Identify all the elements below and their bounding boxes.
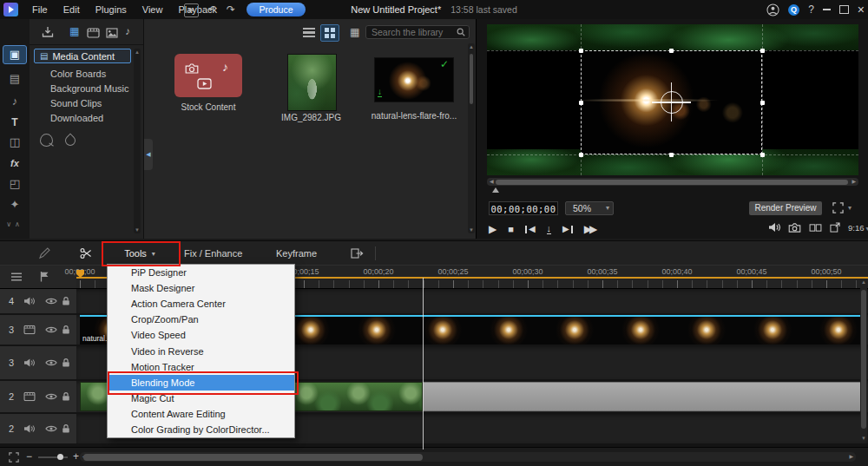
scroll-left-icon[interactable]: ◀ xyxy=(490,178,494,186)
overlay-room-icon[interactable]: ◰ xyxy=(0,174,30,194)
fit-screen-button[interactable]: ▾ xyxy=(832,201,852,213)
scroll-up-icon[interactable]: ▲ xyxy=(134,49,141,55)
eye-icon[interactable] xyxy=(45,298,57,305)
redo-button[interactable]: ↷ xyxy=(224,0,238,19)
speaker-icon[interactable] xyxy=(23,358,35,368)
snapshot-icon[interactable] xyxy=(788,222,801,233)
list-view-button[interactable] xyxy=(303,28,315,37)
media-room-icon[interactable]: ▣ xyxy=(3,45,27,64)
preview-zoom-dropdown[interactable]: 50% ▾ xyxy=(565,201,614,215)
resize-handle-n[interactable] xyxy=(669,49,674,53)
droplet-icon[interactable] xyxy=(63,133,78,148)
resize-handle-ne[interactable] xyxy=(760,49,765,53)
lock-icon[interactable] xyxy=(62,325,70,335)
menu-item-mask-designer[interactable]: Mask Designer xyxy=(108,280,294,296)
render-preview-button[interactable]: Render Preview xyxy=(749,201,822,215)
effects-room-icon[interactable]: fx xyxy=(0,154,30,173)
speaker-icon[interactable] xyxy=(23,424,35,434)
eye-icon[interactable] xyxy=(45,425,57,433)
scroll-up-icon[interactable]: ▲ xyxy=(468,44,475,49)
resize-handle-w[interactable] xyxy=(579,101,583,105)
play-button[interactable]: ▶ xyxy=(489,221,496,237)
particle-room-icon[interactable]: ✦ xyxy=(0,195,30,214)
eye-icon[interactable] xyxy=(45,393,57,401)
menu-item-content-aware-editing[interactable]: Content Aware Editing xyxy=(108,406,294,422)
lock-icon[interactable] xyxy=(62,392,70,402)
stop-button[interactable]: ■ xyxy=(508,221,514,237)
seek-bar-thumb[interactable] xyxy=(496,180,848,185)
track-manager-icon[interactable] xyxy=(10,272,23,282)
media-panel-scrollbar[interactable]: ▲ ▼ xyxy=(134,49,141,233)
fix-enhance-button[interactable]: Fix / Enhance xyxy=(184,241,242,266)
filter-audio-icon[interactable]: ♪ xyxy=(125,25,130,37)
timecode-display[interactable]: 00;00;00;00 xyxy=(489,201,558,215)
scrollbar-thumb[interactable] xyxy=(83,454,423,461)
menu-item-action-camera-center[interactable]: Action Camera Center xyxy=(108,296,294,312)
produce-range-icon[interactable] xyxy=(351,248,364,259)
stock-content-tile[interactable]: ♪ xyxy=(174,54,242,97)
menu-item-magic-cut[interactable]: Magic Cut xyxy=(108,391,294,406)
resize-handle-nw[interactable] xyxy=(579,49,583,53)
seek-position-marker[interactable] xyxy=(492,187,499,193)
video-track-icon[interactable] xyxy=(23,325,36,335)
menu-item-blending-mode[interactable]: Blending Mode xyxy=(108,375,294,391)
scroll-right-icon[interactable]: ▶ xyxy=(849,452,853,462)
fast-forward-button[interactable]: ▶▶ xyxy=(584,221,595,237)
notification-badge-icon[interactable]: Q xyxy=(788,4,799,16)
playhead-line[interactable] xyxy=(423,278,424,450)
capture-frame-button[interactable]: ↓ xyxy=(547,224,552,234)
scroll-right-icon[interactable]: ▶ xyxy=(852,178,856,186)
photo-thumbnail[interactable] xyxy=(287,54,337,111)
menu-view[interactable]: View xyxy=(135,0,171,19)
category-downloaded[interactable]: Downloaded xyxy=(50,112,137,125)
menu-plugins[interactable]: Plugins xyxy=(88,0,135,19)
next-frame-button[interactable]: ▶ xyxy=(562,221,573,237)
timeline-vertical-scrollbar[interactable]: ▲ ▼ xyxy=(860,279,867,441)
resize-handle-s[interactable] xyxy=(669,153,674,157)
title-room-icon[interactable]: T xyxy=(0,113,30,132)
category-color-boards[interactable]: Color Boards xyxy=(50,68,137,81)
minimize-button[interactable] xyxy=(823,9,831,10)
previous-frame-button[interactable]: ◀ xyxy=(525,221,536,237)
pen-tool-icon[interactable] xyxy=(38,247,50,259)
menu-file[interactable]: File xyxy=(24,0,56,19)
import-media-button[interactable] xyxy=(42,26,54,37)
speaker-icon[interactable] xyxy=(23,297,35,306)
marker-icon[interactable] xyxy=(40,271,49,282)
collapse-down-icon[interactable]: ∨ xyxy=(6,220,15,228)
filter-all-media-icon[interactable]: ▦ xyxy=(69,25,79,37)
category-media-content[interactable]: ▤ Media Content xyxy=(34,49,131,63)
menu-item-video-speed[interactable]: Video Speed xyxy=(108,327,294,343)
color-board-clip[interactable] xyxy=(423,382,864,411)
menu-item-crop-zoom-pan[interactable]: Crop/Zoom/Pan xyxy=(108,312,294,327)
aspect-ratio-selector[interactable]: 9:16▾ xyxy=(848,223,868,233)
templates-room-icon[interactable]: ▤ xyxy=(0,69,30,89)
transition-room-icon[interactable]: ◫ xyxy=(0,133,30,152)
zoom-in-button[interactable]: + xyxy=(73,448,79,466)
produce-button[interactable]: Produce xyxy=(247,3,306,16)
zoom-out-button[interactable]: − xyxy=(26,448,32,466)
account-icon[interactable] xyxy=(766,3,779,16)
search-input[interactable] xyxy=(365,25,470,39)
resize-handle-sw[interactable] xyxy=(579,153,583,157)
menu-edit[interactable]: Edit xyxy=(56,0,88,19)
lock-icon[interactable] xyxy=(62,358,70,368)
eye-icon[interactable] xyxy=(45,359,57,367)
mode-switch-icon[interactable]: ⇄ xyxy=(184,3,199,17)
lock-icon[interactable] xyxy=(62,424,70,434)
timeline-horizontal-scrollbar[interactable]: ◀ ▶ xyxy=(80,452,856,462)
help-button[interactable]: ? xyxy=(808,3,814,16)
keyframe-button[interactable]: Keyframe xyxy=(276,241,317,266)
dual-preview-icon[interactable] xyxy=(809,223,822,233)
menu-item-motion-tracker[interactable]: Motion Tracker xyxy=(108,359,294,375)
resize-handle-se[interactable] xyxy=(760,153,765,157)
resize-handle-e[interactable] xyxy=(760,101,765,105)
tools-button[interactable]: Tools ▾ xyxy=(106,245,174,262)
split-clip-button[interactable] xyxy=(80,247,92,259)
menu-item-pip-designer[interactable]: PiP Designer xyxy=(108,265,294,280)
collapse-media-panel-button[interactable]: ◀ xyxy=(144,139,153,170)
audio-room-icon[interactable]: ♪ xyxy=(0,92,30,111)
scroll-down-icon[interactable]: ▼ xyxy=(860,436,867,441)
volume-icon[interactable] xyxy=(768,222,780,233)
maximize-button[interactable] xyxy=(839,5,849,14)
